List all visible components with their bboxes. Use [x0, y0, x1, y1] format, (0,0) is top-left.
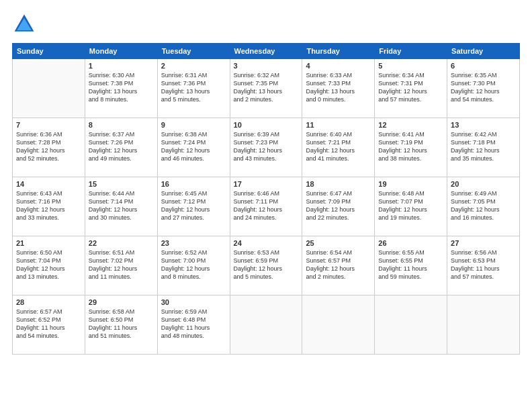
calendar-week-row: 28Sunrise: 6:57 AMSunset: 6:52 PMDayligh…: [13, 295, 520, 355]
day-number: 9: [161, 121, 226, 129]
calendar-cell: 26Sunrise: 6:55 AMSunset: 6:55 PMDayligh…: [375, 236, 447, 295]
day-number: 24: [234, 239, 299, 247]
day-info: Sunrise: 6:40 AMSunset: 7:21 PMDaylight:…: [306, 130, 371, 163]
day-info: Sunrise: 6:56 AMSunset: 6:53 PMDaylight:…: [451, 248, 516, 281]
day-number: 8: [89, 121, 154, 129]
day-info: Sunrise: 6:58 AMSunset: 6:50 PMDaylight:…: [89, 308, 154, 340]
day-number: 11: [306, 121, 371, 129]
day-number: 29: [89, 298, 154, 306]
calendar-week-row: 1Sunrise: 6:30 AMSunset: 7:38 PMDaylight…: [13, 59, 520, 118]
day-number: 4: [306, 62, 371, 70]
calendar-cell: 25Sunrise: 6:54 AMSunset: 6:57 PMDayligh…: [302, 236, 375, 295]
day-number: 2: [161, 62, 226, 70]
day-info: Sunrise: 6:34 AMSunset: 7:31 PMDaylight:…: [378, 71, 443, 104]
calendar-cell: 2Sunrise: 6:31 AMSunset: 7:36 PMDaylight…: [157, 59, 230, 118]
day-info: Sunrise: 6:37 AMSunset: 7:26 PMDaylight:…: [89, 130, 154, 163]
header-sunday: Sunday: [13, 44, 85, 59]
day-info: Sunrise: 6:46 AMSunset: 7:11 PMDaylight:…: [234, 189, 299, 222]
day-number: 26: [378, 239, 443, 247]
calendar-cell: 23Sunrise: 6:52 AMSunset: 7:00 PMDayligh…: [157, 236, 230, 295]
calendar-cell: 7Sunrise: 6:36 AMSunset: 7:28 PMDaylight…: [13, 118, 85, 177]
calendar-cell: 5Sunrise: 6:34 AMSunset: 7:31 PMDaylight…: [375, 59, 447, 118]
calendar-cell: 22Sunrise: 6:51 AMSunset: 7:02 PMDayligh…: [85, 236, 157, 295]
day-info: Sunrise: 6:55 AMSunset: 6:55 PMDaylight:…: [378, 248, 443, 281]
day-number: 27: [451, 239, 516, 247]
calendar-cell: 14Sunrise: 6:43 AMSunset: 7:16 PMDayligh…: [13, 177, 85, 236]
day-number: 19: [378, 180, 443, 188]
calendar-cell: 10Sunrise: 6:39 AMSunset: 7:23 PMDayligh…: [230, 118, 302, 177]
day-info: Sunrise: 6:43 AMSunset: 7:16 PMDaylight:…: [16, 189, 81, 222]
day-number: 16: [161, 180, 226, 188]
day-info: Sunrise: 6:47 AMSunset: 7:09 PMDaylight:…: [306, 189, 371, 222]
calendar-cell: [447, 295, 520, 355]
calendar-cell: 4Sunrise: 6:33 AMSunset: 7:33 PMDaylight…: [302, 59, 375, 118]
day-info: Sunrise: 6:39 AMSunset: 7:23 PMDaylight:…: [234, 130, 299, 163]
header-tuesday: Tuesday: [157, 44, 230, 59]
day-number: 20: [451, 180, 516, 188]
day-number: 23: [161, 239, 226, 247]
header-thursday: Thursday: [302, 44, 375, 59]
day-info: Sunrise: 6:36 AMSunset: 7:28 PMDaylight:…: [16, 130, 81, 163]
calendar-cell: [375, 295, 447, 355]
header-friday: Friday: [375, 44, 447, 59]
page-header: [12, 12, 520, 36]
calendar-cell: 30Sunrise: 6:59 AMSunset: 6:48 PMDayligh…: [157, 295, 230, 355]
calendar-cell: 9Sunrise: 6:38 AMSunset: 7:24 PMDaylight…: [157, 118, 230, 177]
calendar-cell: 16Sunrise: 6:45 AMSunset: 7:12 PMDayligh…: [157, 177, 230, 236]
day-info: Sunrise: 6:38 AMSunset: 7:24 PMDaylight:…: [161, 130, 226, 163]
calendar-cell: 18Sunrise: 6:47 AMSunset: 7:09 PMDayligh…: [302, 177, 375, 236]
calendar-cell: 27Sunrise: 6:56 AMSunset: 6:53 PMDayligh…: [447, 236, 520, 295]
calendar-cell: 3Sunrise: 6:32 AMSunset: 7:35 PMDaylight…: [230, 59, 302, 118]
day-number: 1: [89, 62, 154, 70]
day-info: Sunrise: 6:48 AMSunset: 7:07 PMDaylight:…: [378, 189, 443, 222]
calendar-cell: 28Sunrise: 6:57 AMSunset: 6:52 PMDayligh…: [13, 295, 85, 355]
calendar-cell: [230, 295, 302, 355]
calendar-table: Sunday Monday Tuesday Wednesday Thursday…: [12, 43, 520, 355]
day-number: 5: [378, 62, 443, 70]
day-info: Sunrise: 6:32 AMSunset: 7:35 PMDaylight:…: [234, 71, 299, 104]
day-number: 3: [234, 62, 299, 70]
day-info: Sunrise: 6:59 AMSunset: 6:48 PMDaylight:…: [161, 308, 226, 340]
calendar-cell: 6Sunrise: 6:35 AMSunset: 7:30 PMDaylight…: [447, 59, 520, 118]
day-info: Sunrise: 6:50 AMSunset: 7:04 PMDaylight:…: [16, 248, 81, 281]
calendar-week-row: 7Sunrise: 6:36 AMSunset: 7:28 PMDaylight…: [13, 118, 520, 177]
header-monday: Monday: [85, 44, 157, 59]
calendar-cell: 1Sunrise: 6:30 AMSunset: 7:38 PMDaylight…: [85, 59, 157, 118]
day-number: 14: [16, 180, 81, 188]
logo: [12, 12, 39, 36]
calendar-cell: 24Sunrise: 6:53 AMSunset: 6:59 PMDayligh…: [230, 236, 302, 295]
day-number: 21: [16, 239, 81, 247]
day-info: Sunrise: 6:33 AMSunset: 7:33 PMDaylight:…: [306, 71, 371, 104]
calendar-cell: 15Sunrise: 6:44 AMSunset: 7:14 PMDayligh…: [85, 177, 157, 236]
header-saturday: Saturday: [447, 44, 520, 59]
day-info: Sunrise: 6:42 AMSunset: 7:18 PMDaylight:…: [451, 130, 516, 163]
day-number: 15: [89, 180, 154, 188]
day-number: 10: [234, 121, 299, 129]
day-info: Sunrise: 6:44 AMSunset: 7:14 PMDaylight:…: [89, 189, 154, 222]
header-wednesday: Wednesday: [230, 44, 302, 59]
calendar-cell: [302, 295, 375, 355]
day-info: Sunrise: 6:31 AMSunset: 7:36 PMDaylight:…: [161, 71, 226, 104]
day-info: Sunrise: 6:41 AMSunset: 7:19 PMDaylight:…: [378, 130, 443, 163]
day-number: 18: [306, 180, 371, 188]
calendar-cell: 12Sunrise: 6:41 AMSunset: 7:19 PMDayligh…: [375, 118, 447, 177]
day-info: Sunrise: 6:51 AMSunset: 7:02 PMDaylight:…: [89, 248, 154, 281]
day-number: 28: [16, 298, 81, 306]
calendar-cell: 20Sunrise: 6:49 AMSunset: 7:05 PMDayligh…: [447, 177, 520, 236]
calendar-cell: 17Sunrise: 6:46 AMSunset: 7:11 PMDayligh…: [230, 177, 302, 236]
day-number: 17: [234, 180, 299, 188]
calendar-week-row: 14Sunrise: 6:43 AMSunset: 7:16 PMDayligh…: [13, 177, 520, 236]
day-number: 12: [378, 121, 443, 129]
calendar-cell: [13, 59, 85, 118]
calendar-cell: 19Sunrise: 6:48 AMSunset: 7:07 PMDayligh…: [375, 177, 447, 236]
day-info: Sunrise: 6:35 AMSunset: 7:30 PMDaylight:…: [451, 71, 516, 104]
day-number: 13: [451, 121, 516, 129]
day-number: 30: [161, 298, 226, 306]
day-info: Sunrise: 6:53 AMSunset: 6:59 PMDaylight:…: [234, 248, 299, 281]
day-info: Sunrise: 6:30 AMSunset: 7:38 PMDaylight:…: [89, 71, 154, 104]
day-number: 7: [16, 121, 81, 129]
day-number: 22: [89, 239, 154, 247]
calendar-cell: 21Sunrise: 6:50 AMSunset: 7:04 PMDayligh…: [13, 236, 85, 295]
calendar-week-row: 21Sunrise: 6:50 AMSunset: 7:04 PMDayligh…: [13, 236, 520, 295]
day-number: 6: [451, 62, 516, 70]
